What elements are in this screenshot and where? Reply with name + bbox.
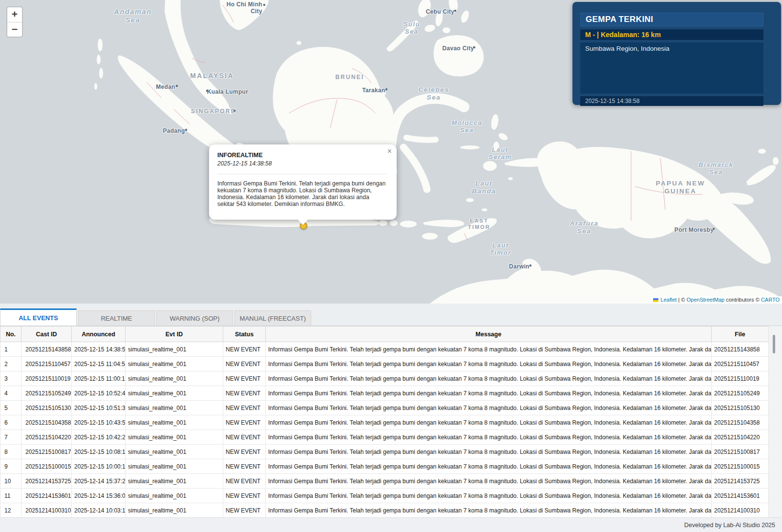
cell-no: 4 xyxy=(0,386,21,401)
tab-realtime[interactable]: REALTIME xyxy=(78,310,155,326)
cell-evt-id: simulasi_realtime_001 xyxy=(126,401,223,415)
cell-no: 9 xyxy=(0,459,21,474)
table-row[interactable]: 6 20251215104358 2025-12-15 10:43:58 sim… xyxy=(0,415,769,430)
cell-evt-id: simulasi_realtime_001 xyxy=(126,415,223,430)
cell-evt-id: simulasi_realtime_001 xyxy=(126,503,223,518)
cell-file: 20251215104358 xyxy=(712,415,769,430)
tab-label: MANUAL (FREECAST) xyxy=(240,315,306,322)
tab-label: REALTIME xyxy=(101,315,132,322)
panel-location: Sumbawa Region, Indonesia xyxy=(580,42,763,94)
zoom-out-button[interactable]: − xyxy=(7,22,22,37)
cell-no: 10 xyxy=(0,474,21,489)
city-dot xyxy=(176,85,178,87)
cell-announced: 2025-12-15 10:42:20 xyxy=(72,430,126,445)
table-row[interactable]: 8 20251215100817 2025-12-15 10:08:17 sim… xyxy=(0,445,769,459)
map-popup: × INFOREALTIME 2025-12-15 14:38:58 Infor… xyxy=(209,144,397,220)
cell-no: 8 xyxy=(0,445,21,459)
cell-status: NEW EVENT xyxy=(223,401,266,415)
table-row[interactable]: 3 20251215110019 2025-12-15 11:00:19 sim… xyxy=(0,371,769,386)
events-table-container[interactable]: No.Cast IDAnnouncedEvt IDStatusMessageFi… xyxy=(0,326,782,517)
column-header: Message xyxy=(266,327,712,342)
cell-announced: 2025-12-15 11:00:19 xyxy=(72,371,126,386)
scrollbar-thumb[interactable] xyxy=(773,335,775,353)
city-dot xyxy=(206,90,208,92)
cell-message: Informasi Gempa Bumi Terkini. Telah terj… xyxy=(266,415,712,430)
cell-cast-id: 20251215104358 xyxy=(21,415,72,430)
cell-evt-id: simulasi_realtime_001 xyxy=(126,342,223,357)
cell-cast-id: 20251215100015 xyxy=(21,459,72,474)
cell-message: Informasi Gempa Bumi Terkini. Telah terj… xyxy=(266,459,712,474)
popup-divider xyxy=(217,174,387,174)
cell-file: 20251214100310 xyxy=(712,503,769,518)
cell-cast-id: 20251215110457 xyxy=(21,357,72,371)
table-row[interactable]: 11 20251214153601 2025-12-14 15:36:01 si… xyxy=(0,489,769,503)
column-header: Status xyxy=(223,327,266,342)
events-table: No.Cast IDAnnouncedEvt IDStatusMessageFi… xyxy=(0,326,769,517)
cell-file: 20251215110019 xyxy=(712,371,769,386)
table-row[interactable]: 4 20251215105249 2025-12-15 10:52:49 sim… xyxy=(0,386,769,401)
cell-file: 20251215105249 xyxy=(712,386,769,401)
cell-status: NEW EVENT xyxy=(223,445,266,459)
table-row[interactable]: 2 20251215110457 2025-12-15 11:04:57 sim… xyxy=(0,357,769,371)
cell-status: NEW EVENT xyxy=(223,503,266,518)
panel-timestamp: 2025-12-15 14:38:58 xyxy=(580,96,763,106)
leaflet-link[interactable]: Leaflet xyxy=(660,297,676,303)
cell-evt-id: simulasi_realtime_001 xyxy=(126,357,223,371)
table-row[interactable]: 12 20251214100310 2025-12-14 10:03:10 si… xyxy=(0,503,769,518)
table-scrollbar[interactable] xyxy=(768,326,782,517)
cell-message: Informasi Gempa Bumi Terkini. Telah terj… xyxy=(266,357,712,371)
cell-evt-id: simulasi_realtime_001 xyxy=(126,489,223,503)
column-header: Evt ID xyxy=(126,327,223,342)
map[interactable]: Andaman SeaSulu SeaCelebes SeaMolucca Se… xyxy=(0,0,782,304)
cell-announced: 2025-12-15 10:00:15 xyxy=(72,459,126,474)
popup-close-button[interactable]: × xyxy=(387,147,392,155)
carto-link[interactable]: CARTO xyxy=(761,297,780,303)
cell-message: Informasi Gempa Bumi Terkini. Telah terj… xyxy=(266,489,712,503)
popup-message: Informasi Gempa Bumi Terkini. Telah terj… xyxy=(217,180,387,207)
city-dot xyxy=(385,88,387,90)
city-dot xyxy=(473,46,475,48)
cell-status: NEW EVENT xyxy=(223,357,266,371)
cell-no: 11 xyxy=(0,489,21,503)
table-row[interactable]: 9 20251215100015 2025-12-15 10:00:15 sim… xyxy=(0,459,769,474)
column-header: Cast ID xyxy=(21,327,72,342)
cell-no: 7 xyxy=(0,430,21,445)
popup-title: INFOREALTIME xyxy=(217,152,387,159)
cell-evt-id: simulasi_realtime_001 xyxy=(126,430,223,445)
cell-no: 12 xyxy=(0,503,21,518)
cell-file: 20251214153725 xyxy=(712,474,769,489)
tab-all-events[interactable]: ALL EVENTS xyxy=(0,308,77,326)
table-row[interactable]: 7 20251215104220 2025-12-15 10:42:20 sim… xyxy=(0,430,769,445)
table-header-row: No.Cast IDAnnouncedEvt IDStatusMessageFi… xyxy=(0,327,769,342)
popup-timestamp: 2025-12-15 14:38:58 xyxy=(217,160,387,167)
cell-evt-id: simulasi_realtime_001 xyxy=(126,445,223,459)
table-row[interactable]: 5 20251215105130 2025-12-15 10:51:30 sim… xyxy=(0,401,769,415)
cell-no: 5 xyxy=(0,401,21,415)
cell-announced: 2025-12-15 10:52:49 xyxy=(72,386,126,401)
attribution-separator: | © xyxy=(676,297,686,303)
zoom-in-button[interactable]: + xyxy=(7,7,22,22)
cell-cast-id: 20251215110019 xyxy=(21,371,72,386)
cell-message: Informasi Gempa Bumi Terkini. Telah terj… xyxy=(266,401,712,415)
cell-cast-id: 20251214100310 xyxy=(21,503,72,518)
cell-cast-id: 20251215143858 xyxy=(21,342,72,357)
cell-announced: 2025-12-15 10:43:58 xyxy=(72,415,126,430)
tab-label: WARNING (SOP) xyxy=(169,315,219,322)
tab-label: ALL EVENTS xyxy=(19,314,58,322)
cell-file: 20251215143858 xyxy=(712,342,769,357)
cell-cast-id: 20251215105249 xyxy=(21,386,72,401)
table-row[interactable]: 1 20251215143858 2025-12-15 14:38:58 sim… xyxy=(0,342,769,357)
column-header: No. xyxy=(0,327,21,342)
cell-file: 20251215100015 xyxy=(712,459,769,474)
tab-warning-sop[interactable]: WARNING (SOP) xyxy=(156,310,233,326)
table-row[interactable]: 10 20251214153725 2025-12-14 15:37:25 si… xyxy=(0,474,769,489)
osm-link[interactable]: OpenStreetMap xyxy=(686,297,724,303)
column-header: File xyxy=(712,327,769,342)
tab-manual-freecast[interactable]: MANUAL (FREECAST) xyxy=(234,310,311,326)
cell-evt-id: simulasi_realtime_001 xyxy=(126,474,223,489)
cell-message: Informasi Gempa Bumi Terkini. Telah terj… xyxy=(266,474,712,489)
city-dot xyxy=(263,4,265,6)
cell-cast-id: 20251214153601 xyxy=(21,489,72,503)
cell-message: Informasi Gempa Bumi Terkini. Telah terj… xyxy=(266,430,712,445)
gempa-terkini-panel: GEMPA TERKINI M - | Kedalaman: 16 km Sum… xyxy=(572,2,781,105)
